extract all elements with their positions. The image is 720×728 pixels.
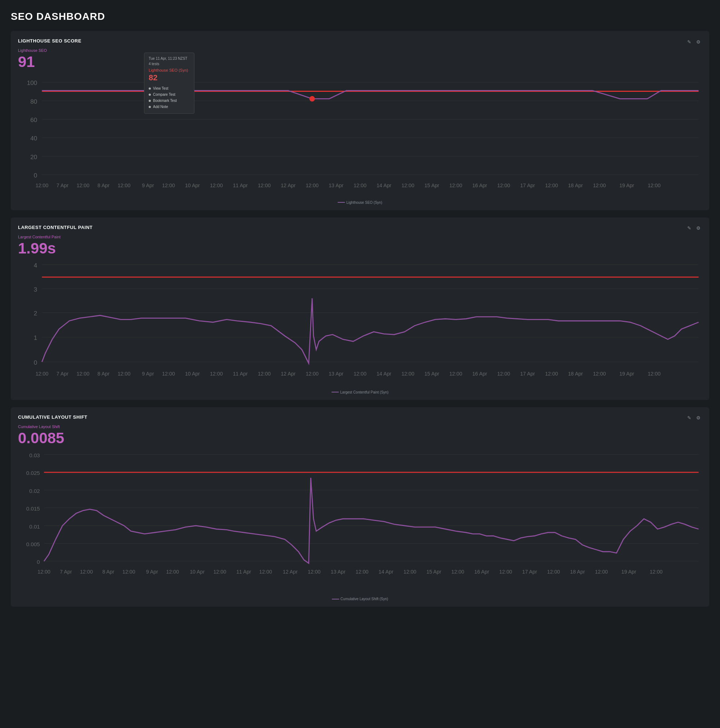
svg-text:15 Apr: 15 Apr	[426, 569, 441, 575]
svg-text:12:00: 12:00	[77, 182, 90, 188]
svg-text:12:00: 12:00	[593, 182, 606, 188]
lcp-panel: LARGEST CONTENTFUL PAINT ✎ ⚙ Largest Con…	[11, 217, 709, 400]
tooltip-compare-label: Compare Test	[153, 93, 175, 96]
svg-text:16 Apr: 16 Apr	[472, 371, 487, 376]
svg-text:12:00: 12:00	[648, 182, 660, 188]
svg-text:17 Apr: 17 Apr	[520, 371, 535, 376]
svg-text:12:00: 12:00	[162, 371, 175, 376]
svg-text:12:00: 12:00	[118, 371, 131, 376]
cls-edit-icon[interactable]: ✎	[685, 414, 692, 422]
svg-text:11 Apr: 11 Apr	[236, 569, 251, 575]
svg-text:12:00: 12:00	[118, 182, 131, 188]
svg-text:18 Apr: 18 Apr	[568, 371, 583, 376]
svg-text:12:00: 12:00	[258, 182, 271, 188]
lcp-title: LARGEST CONTENTFUL PAINT	[18, 225, 93, 230]
svg-text:100: 100	[27, 80, 37, 86]
svg-text:14 Apr: 14 Apr	[379, 569, 393, 575]
svg-text:12:00: 12:00	[401, 182, 414, 188]
svg-text:14 Apr: 14 Apr	[376, 371, 391, 376]
svg-text:12:00: 12:00	[499, 569, 512, 575]
tooltip-metric-value: 82	[149, 73, 190, 83]
lcp-edit-icon[interactable]: ✎	[685, 225, 692, 232]
cls-settings-icon[interactable]: ⚙	[695, 414, 702, 422]
cls-panel-icons: ✎ ⚙	[685, 414, 702, 422]
svg-text:19 Apr: 19 Apr	[619, 371, 634, 376]
svg-text:12:00: 12:00	[353, 371, 367, 376]
svg-text:12:00: 12:00	[547, 569, 560, 575]
svg-text:14 Apr: 14 Apr	[376, 182, 391, 188]
lcp-legend-line	[332, 392, 339, 392]
cls-legend-label: Cumulative Layout Shift (Syn)	[341, 597, 388, 601]
cls-metric-value: 0.0085	[18, 430, 702, 447]
lcp-chart-container: 4 3 2 1 0 12:00 7 Apr 12:00 8 Apr	[18, 261, 702, 394]
svg-text:12:00: 12:00	[36, 182, 49, 188]
tooltip-view-test[interactable]: View Test	[149, 85, 190, 92]
lcp-settings-icon[interactable]: ⚙	[695, 225, 702, 232]
svg-text:9 Apr: 9 Apr	[142, 371, 154, 376]
svg-text:9 Apr: 9 Apr	[146, 569, 158, 575]
cls-header: CUMULATIVE LAYOUT SHIFT ✎ ⚙	[18, 414, 702, 422]
svg-text:0: 0	[34, 359, 37, 366]
tooltip-view-dot	[149, 87, 151, 90]
svg-text:7 Apr: 7 Apr	[57, 371, 69, 376]
lighthouse-chart-container: 100 80 60 40 20 0 12:00 7 Apr 12:00	[18, 74, 702, 205]
svg-text:13 Apr: 13 Apr	[329, 371, 344, 376]
tooltip-compare-test[interactable]: Compare Test	[149, 92, 190, 98]
svg-text:0: 0	[34, 172, 37, 179]
lighthouse-tooltip: Tue 11 Apr, 11:23 NZST 4 tests Lighthous…	[144, 53, 194, 114]
svg-text:12:00: 12:00	[545, 182, 558, 188]
svg-text:12:00: 12:00	[497, 182, 510, 188]
lighthouse-header: LIGHTHOUSE SEO SCORE ✎ ⚙	[18, 38, 702, 45]
lighthouse-legend-label: Lighthouse SEO (Syn)	[346, 200, 382, 205]
svg-text:12:00: 12:00	[449, 371, 462, 376]
svg-text:8 Apr: 8 Apr	[98, 371, 110, 376]
cls-chart-svg: 0.03 0.025 0.02 0.015 0.01 0.005 0 12:00	[18, 450, 702, 594]
tooltip-add-note[interactable]: Add Note	[149, 104, 190, 110]
svg-text:0: 0	[37, 559, 40, 565]
svg-text:15 Apr: 15 Apr	[425, 182, 439, 188]
lighthouse-legend-line	[338, 202, 345, 203]
svg-text:12 Apr: 12 Apr	[281, 182, 295, 188]
cls-panel: CUMULATIVE LAYOUT SHIFT ✎ ⚙ Cumulative L…	[11, 407, 709, 607]
tooltip-compare-dot	[149, 93, 151, 96]
svg-text:8 Apr: 8 Apr	[102, 569, 115, 575]
lighthouse-metric-label: Lighthouse SEO	[18, 48, 702, 53]
svg-text:0.03: 0.03	[29, 452, 40, 458]
lighthouse-legend: Lighthouse SEO (Syn)	[18, 199, 702, 205]
svg-text:12:00: 12:00	[545, 371, 558, 376]
svg-text:18 Apr: 18 Apr	[570, 569, 585, 575]
tooltip-date: Tue 11 Apr, 11:23 NZST	[149, 57, 190, 61]
svg-text:9 Apr: 9 Apr	[142, 182, 154, 188]
tooltip-note-label: Add Note	[153, 105, 168, 109]
svg-text:20: 20	[30, 154, 37, 161]
svg-text:13 Apr: 13 Apr	[331, 569, 345, 575]
lcp-panel-icons: ✎ ⚙	[685, 225, 702, 232]
svg-text:8 Apr: 8 Apr	[98, 182, 110, 188]
lighthouse-settings-icon[interactable]: ⚙	[695, 38, 702, 45]
cls-legend-line	[332, 599, 339, 600]
tooltip-tests: 4 tests	[149, 62, 190, 66]
tooltip-note-dot	[149, 106, 151, 108]
svg-text:12:00: 12:00	[650, 569, 663, 575]
cls-title: CUMULATIVE LAYOUT SHIFT	[18, 414, 87, 420]
lcp-metric-label: Largest Contentful Paint	[18, 235, 702, 239]
svg-text:80: 80	[30, 98, 37, 105]
lighthouse-panel-icons: ✎ ⚙	[685, 38, 702, 45]
svg-text:60: 60	[30, 117, 37, 124]
svg-text:11 Apr: 11 Apr	[233, 371, 248, 376]
svg-text:17 Apr: 17 Apr	[520, 182, 535, 188]
svg-text:0.015: 0.015	[26, 506, 40, 512]
tooltip-bookmark-label: Bookmark Test	[153, 99, 177, 102]
svg-text:12:00: 12:00	[122, 569, 135, 575]
lighthouse-edit-icon[interactable]: ✎	[685, 38, 692, 45]
svg-text:13 Apr: 13 Apr	[329, 182, 344, 188]
svg-text:0.02: 0.02	[29, 488, 40, 494]
tooltip-bookmark-test[interactable]: Bookmark Test	[149, 98, 190, 104]
svg-text:12 Apr: 12 Apr	[281, 371, 295, 376]
svg-text:17 Apr: 17 Apr	[522, 569, 537, 575]
svg-point-13	[309, 96, 315, 101]
lighthouse-chart-svg: 100 80 60 40 20 0 12:00 7 Apr 12:00	[18, 74, 702, 197]
svg-text:11 Apr: 11 Apr	[233, 182, 248, 188]
svg-text:12:00: 12:00	[449, 182, 462, 188]
svg-text:0.025: 0.025	[26, 470, 40, 476]
